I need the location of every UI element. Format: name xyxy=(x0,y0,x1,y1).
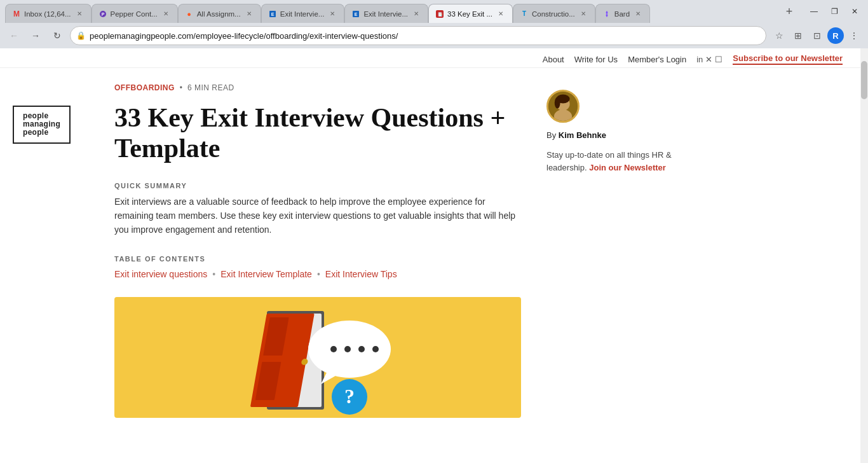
menu-icon[interactable]: ⋮ xyxy=(845,27,863,45)
toc-link-questions[interactable]: Exit interview questions xyxy=(114,269,207,279)
toc-sep-1: • xyxy=(212,269,215,279)
tab-asana[interactable]: ● All Assignm... ✕ xyxy=(178,4,261,23)
tab-gmail[interactable]: M Inbox (12,64... ✕ xyxy=(5,4,92,23)
breadcrumb: OFFBOARDING • 6 MIN READ xyxy=(114,83,521,92)
svg-text:P: P xyxy=(101,12,104,17)
title-bar: M Inbox (12,64... ✕ P Pepper Cont... ✕ ●… xyxy=(0,0,868,23)
write-for-us-link[interactable]: Write for Us xyxy=(574,55,618,64)
site-top-bar: About Write for Us Member's Login in ✕ ☐… xyxy=(0,48,868,68)
about-link[interactable]: About xyxy=(543,55,564,64)
extensions-icon[interactable]: ⊞ xyxy=(789,27,807,45)
tab-construction[interactable]: T Constructio... ✕ xyxy=(513,4,595,23)
asana-favicon: ● xyxy=(185,10,194,18)
tab-strip: M Inbox (12,64... ✕ P Pepper Cont... ✕ ●… xyxy=(5,0,775,23)
svg-text:E: E xyxy=(355,12,358,17)
tab-bard-title: Bard xyxy=(614,10,630,18)
scrollbar-thumb[interactable] xyxy=(861,61,867,99)
new-tab-button[interactable]: + xyxy=(780,3,798,20)
main-layout: people managing people OFFBOARDING • 6 M… xyxy=(0,68,868,418)
hero-illustration: ? xyxy=(216,298,419,416)
tab-asana-close[interactable]: ✕ xyxy=(244,9,254,19)
gmail-favicon: M xyxy=(12,10,21,18)
svg-point-25 xyxy=(555,97,560,109)
author-avatar xyxy=(546,90,580,123)
svg-point-17 xyxy=(344,346,351,352)
quick-summary-label: QUICK SUMMARY xyxy=(114,182,521,190)
logo-box: people managing people xyxy=(13,106,71,144)
toc-label: TABLE OF CONTENTS xyxy=(114,255,521,263)
scrollbar[interactable] xyxy=(860,48,868,463)
split-screen-icon[interactable]: ⊡ xyxy=(808,27,826,45)
address-wrapper: 🔒 xyxy=(70,26,766,45)
twitter-x-icon[interactable]: ✕ xyxy=(705,55,712,64)
svg-point-26 xyxy=(554,109,572,123)
tab-pepper[interactable]: P Pepper Cont... ✕ xyxy=(92,4,178,23)
toc-link-template[interactable]: Exit Interview Template xyxy=(220,269,312,279)
address-bar[interactable] xyxy=(70,26,766,45)
linkedin-icon[interactable]: in xyxy=(696,55,703,64)
article-area: OFFBOARDING • 6 MIN READ 33 Key Exit Int… xyxy=(114,83,521,418)
members-login-link[interactable]: Member's Login xyxy=(628,55,686,64)
category-label[interactable]: OFFBOARDING xyxy=(114,83,175,92)
instagram-icon[interactable]: ☐ xyxy=(715,55,722,64)
breadcrumb-separator: • xyxy=(180,83,182,92)
tab-exit1-close[interactable]: ✕ xyxy=(327,9,337,19)
social-icons: in ✕ ☐ xyxy=(696,55,722,64)
svg-text:?: ? xyxy=(344,385,355,408)
read-time: 6 MIN READ xyxy=(187,83,234,92)
bookmark-star-icon[interactable]: ☆ xyxy=(770,27,788,45)
svg-text:📑: 📑 xyxy=(438,12,443,17)
back-button[interactable]: ← xyxy=(5,27,23,45)
profile-avatar[interactable]: R xyxy=(827,27,844,44)
tab-exit2-title: Exit Intervie... xyxy=(363,10,408,18)
svg-point-19 xyxy=(372,346,379,352)
tab-33key-close[interactable]: ✕ xyxy=(496,9,506,19)
tab-exit1[interactable]: E Exit Intervie... ✕ xyxy=(261,4,345,23)
construction-favicon: T xyxy=(520,10,529,18)
sidebar: By Kim Behnke Stay up-to-date on all thi… xyxy=(546,83,686,418)
author-bio: Stay up-to-date on all things HR & leade… xyxy=(546,149,686,174)
tab-bard-close[interactable]: ✕ xyxy=(633,9,643,19)
page-content: About Write for Us Member's Login in ✕ ☐… xyxy=(0,48,868,463)
toolbar-icons: ☆ ⊞ ⊡ R ⋮ xyxy=(770,27,863,45)
tab-33key-title: 33 Key Exit ... xyxy=(447,10,492,18)
newsletter-link[interactable]: Join our Newsletter xyxy=(589,163,666,172)
toc-sep-2: • xyxy=(317,269,320,279)
author-name-text[interactable]: Kim Behnke xyxy=(559,130,606,140)
author-card: By Kim Behnke Stay up-to-date on all thi… xyxy=(546,90,686,174)
lock-icon: 🔒 xyxy=(76,31,86,40)
tab-asana-title: All Assignm... xyxy=(197,10,241,18)
tab-bard[interactable]: Bard ✕ xyxy=(595,4,650,23)
article-title: 33 Key Exit Interview Questions + Templa… xyxy=(114,102,521,164)
tab-exit2-close[interactable]: ✕ xyxy=(411,9,421,19)
exit1-favicon: E xyxy=(268,10,277,18)
svg-point-16 xyxy=(330,346,337,352)
bard-favicon xyxy=(602,10,611,18)
tab-construction-close[interactable]: ✕ xyxy=(578,9,588,19)
tab-exit2[interactable]: E Exit Intervie... ✕ xyxy=(344,4,428,23)
tab-exit1-title: Exit Intervie... xyxy=(280,10,325,18)
tab-pepper-close[interactable]: ✕ xyxy=(161,9,171,19)
refresh-button[interactable]: ↻ xyxy=(48,27,66,45)
minimize-button[interactable]: — xyxy=(806,3,822,20)
exit2-favicon: E xyxy=(351,10,360,18)
address-bar-row: ← → ↻ 🔒 ☆ ⊞ ⊡ R ⋮ xyxy=(0,23,868,48)
tab-33key[interactable]: 📑 33 Key Exit ... ✕ xyxy=(428,4,513,23)
author-avatar-image xyxy=(548,90,578,123)
svg-text:E: E xyxy=(271,12,274,17)
quick-summary-text: Exit interviews are a valuable source of… xyxy=(114,195,521,237)
forward-button[interactable]: → xyxy=(27,27,44,45)
maximize-button[interactable]: ❐ xyxy=(826,3,843,20)
close-window-button[interactable]: ✕ xyxy=(846,3,863,20)
subscribe-newsletter-button[interactable]: Subscribe to our Newsletter xyxy=(733,53,843,65)
tab-gmail-close[interactable]: ✕ xyxy=(74,9,85,19)
pepper-favicon: P xyxy=(98,10,107,18)
tab-pepper-title: Pepper Cont... xyxy=(111,10,158,18)
toc-link-tips[interactable]: Exit Interview Tips xyxy=(325,269,397,279)
site-logo[interactable]: people managing people xyxy=(13,106,71,144)
hero-image: ? xyxy=(114,297,521,418)
tab-gmail-title: Inbox (12,64... xyxy=(24,10,71,18)
svg-point-18 xyxy=(358,346,365,352)
window-controls: — ❐ ✕ xyxy=(806,3,863,20)
author-name-row: By Kim Behnke xyxy=(546,130,606,140)
